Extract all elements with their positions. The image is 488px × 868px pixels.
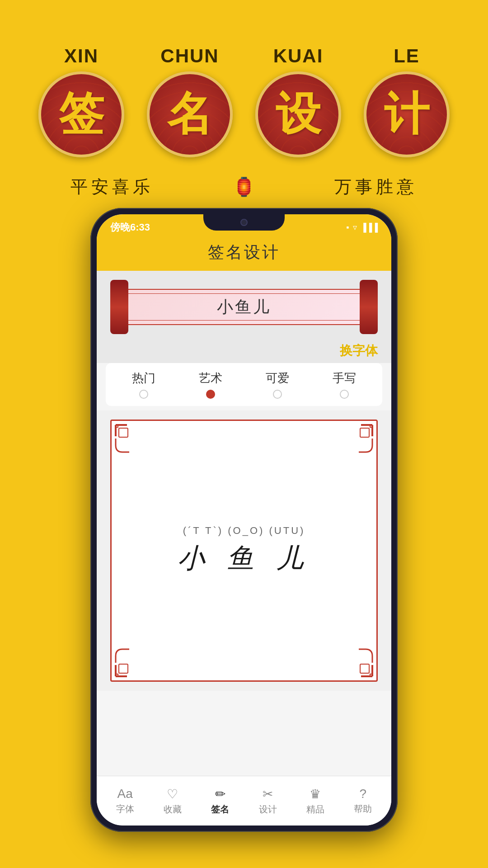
phone-frame: 傍晚6:33 ▪ ▿ ▐▐▐ 签名设计 小鱼儿 bbox=[90, 208, 398, 832]
nav-item-signature[interactable]: ✏ 签名 bbox=[197, 787, 244, 816]
tab-cute-dot bbox=[273, 390, 282, 399]
frame-signature: 小 鱼 儿 bbox=[178, 540, 310, 577]
phone-screen: 傍晚6:33 ▪ ▿ ▐▐▐ 签名设计 小鱼儿 bbox=[97, 214, 391, 826]
status-icons: ▪ ▿ ▐▐▐ bbox=[346, 222, 378, 232]
scroll-banner: 小鱼儿 bbox=[110, 280, 378, 334]
nav-item-favorite[interactable]: ♡ 收藏 bbox=[149, 787, 196, 816]
top-section: XIN 签 CHUN 名 KUAI 设 LE bbox=[0, 0, 488, 217]
nav-font-label: 字体 bbox=[116, 803, 134, 815]
tab-art[interactable]: 艺术 bbox=[199, 370, 222, 399]
tab-handwrite-dot bbox=[340, 390, 349, 399]
char-group-chun: CHUN 名 bbox=[147, 45, 233, 157]
status-time: 傍晚6:33 bbox=[110, 221, 150, 234]
app-title: 签名设计 bbox=[208, 243, 280, 261]
scroll-right bbox=[360, 280, 378, 334]
svg-rect-1 bbox=[360, 428, 369, 437]
nav-favorite-label: 收藏 bbox=[164, 803, 182, 816]
nav-item-design[interactable]: ✂ 设计 bbox=[244, 787, 291, 816]
char-chun: 名 bbox=[167, 84, 212, 145]
nav-design-label: 设计 bbox=[259, 803, 277, 816]
circle-le: 计 bbox=[364, 71, 450, 157]
tab-hot-label: 热门 bbox=[132, 370, 155, 386]
app-header: 签名设计 bbox=[97, 237, 391, 271]
pinyin-le: LE bbox=[394, 45, 420, 67]
pinyin-kuai: KUAI bbox=[273, 45, 324, 67]
tab-cute-label: 可爱 bbox=[266, 370, 289, 386]
nav-item-premium[interactable]: ♛ 精品 bbox=[291, 787, 339, 816]
change-font-button[interactable]: 换字体 bbox=[340, 344, 378, 358]
gold-ingot-icon: 🏮 bbox=[233, 176, 255, 198]
scroll-inner-border: 小鱼儿 bbox=[116, 293, 372, 321]
corner-deco-tl bbox=[113, 423, 145, 454]
nav-item-font[interactable]: Aa 字体 bbox=[101, 787, 149, 815]
nav-item-help[interactable]: ? 帮助 bbox=[339, 787, 387, 815]
circle-kuai: 设 bbox=[255, 71, 341, 157]
corner-deco-tr bbox=[343, 423, 375, 454]
scroll-left bbox=[110, 280, 128, 334]
svg-rect-2 bbox=[119, 664, 128, 673]
nav-favorite-icon: ♡ bbox=[167, 787, 178, 802]
tab-hot[interactable]: 热门 bbox=[132, 370, 155, 399]
nav-design-icon: ✂ bbox=[263, 787, 273, 802]
frame-emoticons: (´T T`) (O_O) (UTU) bbox=[183, 525, 305, 537]
nav-premium-icon: ♛ bbox=[310, 787, 321, 802]
battery-icon: ▪ bbox=[346, 223, 349, 232]
svg-rect-3 bbox=[360, 664, 369, 673]
bottom-nav: Aa 字体 ♡ 收藏 ✏ 签名 ✂ 设计 ♛ 精品 bbox=[97, 776, 391, 826]
phone-container: 傍晚6:33 ▪ ▿ ▐▐▐ 签名设计 小鱼儿 bbox=[90, 208, 398, 832]
change-font-row[interactable]: 换字体 bbox=[97, 339, 391, 363]
subtitle-right: 万事胜意 bbox=[334, 175, 418, 198]
circle-xin: 签 bbox=[38, 71, 124, 157]
svg-rect-0 bbox=[119, 428, 128, 437]
char-kuai: 设 bbox=[276, 84, 321, 145]
nav-font-icon: Aa bbox=[117, 787, 133, 801]
phone-notch bbox=[203, 214, 285, 231]
char-group-xin: XIN 签 bbox=[38, 45, 124, 157]
circle-chun: 名 bbox=[147, 71, 233, 157]
corner-deco-bl bbox=[113, 647, 145, 679]
chinese-frame: (´T T`) (O_O) (UTU) 小 鱼 儿 bbox=[110, 420, 378, 682]
char-le: 计 bbox=[384, 84, 429, 145]
char-xin: 签 bbox=[59, 84, 104, 145]
tab-cute[interactable]: 可爱 bbox=[266, 370, 289, 399]
tab-handwrite[interactable]: 手写 bbox=[333, 370, 356, 399]
pinyin-xin: XIN bbox=[64, 45, 99, 67]
char-group-le: LE 计 bbox=[364, 45, 450, 157]
nav-premium-label: 精品 bbox=[306, 803, 324, 816]
wifi-icon: ▿ bbox=[353, 222, 357, 232]
nav-signature-icon: ✏ bbox=[215, 787, 225, 802]
scroll-banner-area: 小鱼儿 bbox=[97, 271, 391, 339]
tab-art-label: 艺术 bbox=[199, 370, 222, 386]
scroll-body: 小鱼儿 bbox=[110, 289, 378, 325]
font-tabs: 热门 艺术 可爱 手写 bbox=[106, 363, 382, 406]
pinyin-chun: CHUN bbox=[160, 45, 219, 67]
char-group-kuai: KUAI 设 bbox=[255, 45, 341, 157]
subtitle-left: 平安喜乐 bbox=[70, 175, 154, 198]
nav-help-icon: ? bbox=[360, 787, 367, 801]
pinyin-row: XIN 签 CHUN 名 KUAI 设 LE bbox=[27, 45, 461, 157]
tab-handwrite-label: 手写 bbox=[333, 370, 356, 386]
tab-hot-dot bbox=[139, 390, 148, 399]
nav-signature-label: 签名 bbox=[211, 803, 229, 816]
signal-icon: ▐▐▐ bbox=[361, 223, 378, 232]
main-content: (´T T`) (O_O) (UTU) 小 鱼 儿 bbox=[97, 410, 391, 691]
corner-deco-br bbox=[343, 647, 375, 679]
subtitle-row: 平安喜乐 🏮 万事胜意 bbox=[70, 175, 418, 198]
camera-dot bbox=[240, 219, 248, 226]
scroll-text: 小鱼儿 bbox=[217, 296, 271, 318]
nav-help-label: 帮助 bbox=[354, 803, 372, 815]
tab-art-dot bbox=[206, 390, 215, 399]
